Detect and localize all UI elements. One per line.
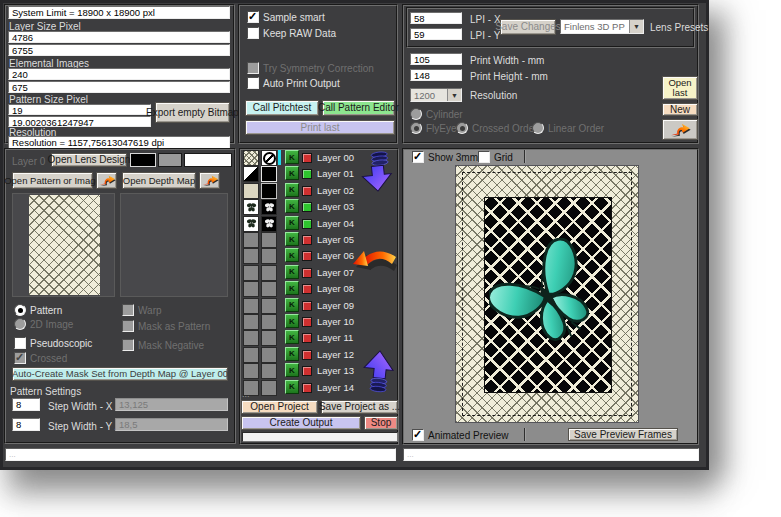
layer-k-button[interactable]: K — [285, 150, 299, 164]
layer-label[interactable]: Layer 01 — [317, 168, 354, 179]
dropdown-arrow-icon[interactable]: ▼ — [629, 20, 643, 33]
layer-width-field[interactable]: 4786 — [8, 31, 230, 43]
print-width-field[interactable]: 105 — [410, 53, 462, 65]
layer-mask-thumb[interactable] — [261, 265, 277, 281]
layer-label[interactable]: Layer 00 — [317, 152, 354, 163]
layer-status-indicator[interactable] — [302, 284, 312, 294]
layer-mask-thumb[interactable] — [261, 232, 277, 248]
layer-image-thumb[interactable] — [243, 248, 259, 264]
elemental-x-field[interactable]: 240 — [8, 68, 230, 80]
open-depth-map-button[interactable]: Open Depth Map — [122, 172, 196, 189]
pattern-y-field[interactable]: 19,0020361247947 — [8, 116, 151, 127]
layer-label[interactable]: Layer 05 — [317, 234, 354, 245]
layer-k-button[interactable]: K — [285, 265, 299, 279]
layer-status-indicator[interactable] — [302, 169, 312, 179]
layer-status-indicator[interactable] — [302, 235, 312, 245]
layer-status-indicator[interactable] — [302, 317, 312, 327]
layer-k-button[interactable]: K — [285, 347, 299, 361]
layer-label[interactable]: Layer 12 — [317, 349, 354, 360]
layer-image-thumb[interactable] — [243, 232, 259, 248]
lpi-y-field[interactable]: 59 — [410, 28, 462, 40]
layer-image-thumb[interactable] — [243, 363, 259, 379]
layer-image-thumb[interactable] — [243, 150, 259, 166]
layer-label[interactable]: Layer 06 — [317, 250, 354, 261]
layer-status-indicator[interactable] — [302, 202, 312, 212]
layer-status-indicator[interactable] — [302, 251, 312, 261]
auto-print-checkbox[interactable]: Auto Print Output — [247, 77, 340, 89]
layer-mask-thumb[interactable] — [261, 248, 277, 264]
layer-label[interactable]: Layer 02 — [317, 185, 354, 196]
layer-label[interactable]: Layer 14 — [317, 382, 354, 393]
layer-image-thumb[interactable] — [243, 330, 259, 346]
layer-label[interactable]: Layer 08 — [317, 283, 354, 294]
layer-image-thumb[interactable] — [243, 347, 259, 363]
create-output-button[interactable]: Create Output — [241, 416, 361, 430]
step-x-field[interactable]: 8 — [12, 398, 40, 411]
color-swatch-black[interactable] — [130, 153, 156, 167]
layer-mask-thumb[interactable] — [261, 281, 277, 297]
layer-image-thumb[interactable] — [243, 281, 259, 297]
open-pattern-button[interactable]: Open Pattern or Image — [12, 172, 93, 189]
pattern-radio[interactable]: Pattern — [14, 304, 62, 316]
layer-k-button[interactable]: K — [285, 166, 299, 180]
layer-k-button[interactable]: K — [285, 380, 299, 394]
layer-label[interactable]: Layer 10 — [317, 316, 354, 327]
layer-k-button[interactable]: K — [285, 298, 299, 312]
layer-status-indicator[interactable] — [302, 333, 312, 343]
layer-mask-thumb[interactable] — [261, 166, 277, 182]
layer-k-button[interactable]: K — [285, 232, 299, 246]
layer-status-indicator[interactable] — [302, 350, 312, 360]
system-limit-field[interactable]: System Limit = 18900 x 18900 pxl — [8, 6, 230, 19]
grid-checkbox[interactable]: Grid — [478, 151, 513, 163]
open-file-button[interactable] — [662, 119, 698, 140]
open-last-button[interactable]: Open last — [662, 76, 698, 100]
layer-k-button[interactable]: K — [285, 363, 299, 377]
layer-image-thumb[interactable] — [243, 216, 259, 232]
layer-status-indicator[interactable] — [302, 153, 312, 163]
layer-mask-thumb[interactable] — [261, 216, 277, 232]
layer-k-button[interactable]: K — [285, 216, 299, 230]
layer-k-button[interactable]: K — [285, 314, 299, 328]
depth-map-preview-box[interactable] — [120, 193, 228, 297]
layer-status-indicator[interactable] — [302, 186, 312, 196]
save-project-as-button[interactable]: Save Project as ... — [321, 400, 398, 414]
lpi-x-field[interactable]: 58 — [410, 12, 462, 24]
layer-k-button[interactable]: K — [285, 330, 299, 344]
layer-mask-thumb[interactable] — [261, 347, 277, 363]
move-up-icon[interactable] — [362, 347, 396, 393]
layer-status-indicator[interactable] — [302, 301, 312, 311]
lens-preset-select[interactable]: Finlens 3D PP ▼ — [560, 19, 644, 34]
layer-status-indicator[interactable] — [302, 219, 312, 229]
resolution-select[interactable]: 1200 ▼ — [410, 88, 462, 102]
save-preview-frames-button[interactable]: Save Preview Frames — [568, 428, 678, 441]
layer-image-thumb[interactable] — [243, 183, 259, 199]
layer-label[interactable]: Layer 13 — [317, 365, 354, 376]
new-button[interactable]: New — [662, 103, 698, 116]
color-swatch-gray[interactable] — [158, 153, 182, 167]
step-y-field[interactable]: 8 — [12, 418, 40, 431]
layer-label[interactable]: Layer 04 — [317, 218, 354, 229]
stop-button[interactable]: Stop — [364, 416, 398, 430]
call-pitchtest-button[interactable]: Call Pitchtest — [245, 100, 319, 116]
open-lens-design-button[interactable]: Open Lens Design — [51, 153, 127, 167]
animated-preview-checkbox[interactable]: Animated Preview — [412, 429, 509, 441]
layer-label[interactable]: Layer 11 — [317, 332, 353, 343]
dropdown-arrow-icon[interactable]: ▼ — [447, 89, 461, 101]
layer-k-button[interactable]: K — [285, 183, 299, 197]
layer-height-field[interactable]: 6755 — [8, 44, 230, 56]
print-height-field[interactable]: 148 — [410, 69, 462, 81]
layer-mask-thumb[interactable] — [261, 363, 277, 379]
layer-mask-thumb[interactable] — [261, 314, 277, 330]
layer-image-thumb[interactable] — [243, 298, 259, 314]
layer-mask-thumb[interactable] — [261, 330, 277, 346]
open-project-button[interactable]: Open Project — [241, 400, 318, 414]
layer-status-indicator[interactable] — [302, 366, 312, 376]
layer-mask-thumb[interactable] — [261, 298, 277, 314]
open-pattern-file-button[interactable] — [96, 172, 117, 189]
pattern-x-field[interactable]: 19 — [8, 104, 151, 115]
layer-image-thumb[interactable] — [243, 199, 259, 215]
layer-image-thumb[interactable] — [243, 166, 259, 182]
pseudoscopic-checkbox[interactable]: Pseudoscopic — [14, 337, 92, 349]
layer-label[interactable]: Layer 09 — [317, 300, 354, 311]
layer-mask-thumb[interactable] — [261, 150, 277, 166]
